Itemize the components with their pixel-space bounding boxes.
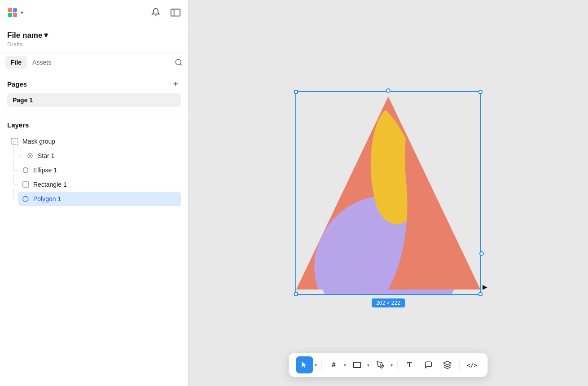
artwork-svg [296, 92, 480, 294]
file-name[interactable]: File name ▾ [7, 31, 181, 40]
svg-rect-5 [171, 9, 180, 16]
frame-tool-button[interactable]: # [325, 356, 342, 373]
notifications-icon[interactable] [149, 6, 162, 19]
svg-rect-3 [13, 13, 17, 17]
pen-tool-group: ▾ [372, 356, 394, 373]
select-tool-dropdown[interactable]: ▾ [314, 362, 318, 368]
svg-point-21 [380, 364, 381, 366]
layer-label: Star 1 [38, 152, 54, 159]
star-icon [26, 152, 34, 160]
file-name-dropdown-icon: ▾ [44, 31, 48, 40]
pen-tool-button[interactable] [372, 356, 389, 373]
svg-point-12 [23, 168, 28, 173]
dimension-badge: 202 × 222 [372, 298, 405, 307]
svg-rect-9 [12, 138, 18, 145]
frame-tool-dropdown[interactable]: ▾ [343, 362, 347, 368]
bottom-toolbar: ▾ # ▾ ▾ ▾ [289, 353, 488, 377]
rectangle-tool-dropdown[interactable]: ▾ [366, 362, 370, 368]
separator-1 [321, 360, 322, 370]
layer-item-polygon1[interactable]: Polygon 1 [18, 192, 181, 206]
tab-file[interactable]: File [5, 56, 27, 69]
svg-rect-20 [354, 362, 361, 368]
layers-section: Layers Mask group ↑ Star 1 [0, 115, 188, 386]
svg-rect-0 [8, 8, 12, 12]
separator-3 [460, 360, 460, 370]
layer-label: Mask group [22, 138, 55, 145]
brand-dropdown-icon: ▾ [21, 9, 23, 16]
svg-rect-2 [8, 13, 12, 17]
square-icon [22, 180, 30, 189]
pages-header: Pages + [7, 79, 181, 89]
plugins-tool-button[interactable] [439, 356, 456, 373]
layers-title: Layers [7, 121, 181, 129]
header-icons [149, 6, 182, 19]
svg-rect-13 [23, 182, 28, 187]
pages-section: Pages + Page 1 [0, 72, 188, 111]
svg-point-11 [29, 155, 31, 157]
frame-tool-group: # ▾ [325, 356, 347, 373]
add-page-button[interactable]: + [170, 79, 181, 89]
file-info: File name ▾ Drafts [0, 25, 188, 53]
layer-item-ellipse1[interactable]: Ellipse 1 [18, 163, 181, 177]
svg-point-7 [176, 59, 181, 65]
sidebar: ▾ File name ▾ Drafts File [0, 0, 189, 386]
layout-icon[interactable] [169, 6, 182, 19]
comment-tool-button[interactable] [420, 356, 437, 373]
svg-point-4 [13, 9, 17, 13]
dashed-square-icon [11, 137, 19, 145]
polygon-icon [22, 195, 30, 203]
tab-assets[interactable]: Assets [27, 56, 57, 69]
rectangle-tool-button[interactable] [349, 356, 366, 373]
page-item-page1[interactable]: Page 1 [7, 93, 181, 107]
layer-label: Polygon 1 [33, 195, 61, 202]
file-subtitle: Drafts [7, 41, 181, 48]
layer-item-rectangle1[interactable]: Rectangle 1 [18, 177, 181, 192]
separator-2 [397, 360, 398, 370]
svg-point-15 [25, 196, 26, 197]
tab-bar: File Assets [0, 53, 188, 72]
layer-label: Rectangle 1 [33, 181, 67, 188]
code-view-button[interactable]: </> [464, 356, 481, 373]
select-tool-button[interactable] [296, 356, 313, 373]
text-tool-button[interactable]: T [401, 356, 418, 373]
cursor: ▶ [483, 283, 487, 290]
rectangle-tool-group: ▾ [349, 356, 370, 373]
sidebar-header: ▾ [0, 0, 188, 25]
canvas-area: ▶ 202 × 222 [296, 92, 480, 294]
search-button[interactable] [175, 58, 183, 66]
circle-icon [22, 166, 30, 174]
layer-label: Ellipse 1 [33, 167, 57, 174]
layer-item-mask-group[interactable]: Mask group [7, 134, 181, 149]
canvas[interactable]: ▶ 202 × 222 ▾ # ▾ ▾ [189, 0, 588, 386]
svg-line-8 [180, 64, 181, 65]
file-name-text: File name [7, 31, 42, 40]
pen-tool-dropdown[interactable]: ▾ [390, 362, 394, 368]
brand-logo[interactable]: ▾ [6, 6, 23, 19]
layer-item-star1[interactable]: ↑ Star 1 [18, 149, 181, 163]
pages-title: Pages [7, 80, 27, 88]
select-tool-group: ▾ [296, 356, 318, 373]
